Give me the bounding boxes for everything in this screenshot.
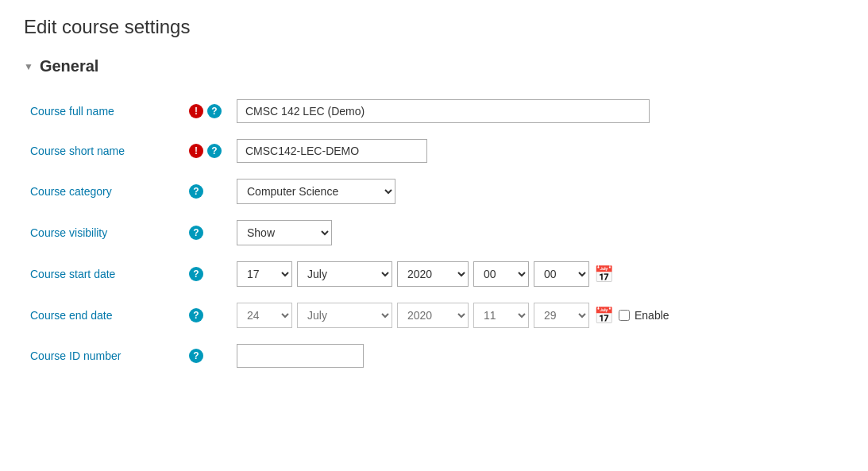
end-date-year-select[interactable]: 2020 bbox=[397, 303, 469, 328]
end-date-enable-checkbox[interactable] bbox=[619, 310, 630, 321]
course-visibility-label: Course visibility bbox=[30, 226, 107, 239]
section-collapse-chevron[interactable]: ▼ bbox=[24, 61, 33, 72]
help-icon[interactable]: ? bbox=[189, 226, 203, 240]
help-icon[interactable]: ? bbox=[189, 184, 203, 199]
start-date-hour-select[interactable]: 00 bbox=[473, 261, 529, 287]
course-id-number-input[interactable] bbox=[237, 344, 364, 368]
help-icon[interactable]: ? bbox=[207, 144, 222, 158]
course-visibility-row: Course visibility ? Show Hide bbox=[24, 212, 844, 253]
course-short-name-input[interactable] bbox=[237, 139, 427, 163]
start-date-calendar-icon[interactable]: 📅 bbox=[594, 264, 614, 284]
end-date-calendar-icon[interactable]: 📅 bbox=[594, 306, 614, 325]
course-full-name-label: Course full name bbox=[30, 105, 114, 118]
start-date-day-select[interactable]: 17 bbox=[237, 261, 292, 287]
section-heading: General bbox=[40, 57, 98, 75]
help-icon[interactable]: ? bbox=[207, 104, 222, 118]
course-category-label: Course category bbox=[30, 185, 112, 198]
course-start-date-label: Course start date bbox=[30, 268, 115, 280]
help-icon[interactable]: ? bbox=[189, 349, 203, 363]
course-short-name-row: Course short name ! ? bbox=[24, 131, 844, 171]
course-short-name-label: Course short name bbox=[30, 145, 125, 157]
end-date-day-select[interactable]: 24 bbox=[237, 303, 292, 328]
page-title: Edit course settings bbox=[24, 16, 844, 38]
course-id-number-label: Course ID number bbox=[30, 349, 121, 362]
start-date-year-select[interactable]: 2020 bbox=[397, 261, 469, 287]
course-end-date-label: Course end date bbox=[30, 309, 113, 322]
end-date-hour-select[interactable]: 11 bbox=[473, 303, 529, 328]
course-full-name-input[interactable] bbox=[237, 99, 650, 123]
end-date-enable-label: Enable bbox=[635, 309, 669, 322]
course-visibility-select[interactable]: Show Hide bbox=[237, 220, 332, 245]
end-date-month-select[interactable]: July bbox=[297, 303, 392, 328]
course-start-date-row: Course start date ? 17 July JanuaryFebru… bbox=[24, 253, 844, 295]
required-icon: ! bbox=[189, 104, 203, 118]
help-icon[interactable]: ? bbox=[189, 308, 203, 322]
course-category-select[interactable]: Computer Science Mathematics Physics Eng… bbox=[237, 179, 395, 204]
required-icon: ! bbox=[189, 144, 203, 158]
help-icon[interactable]: ? bbox=[189, 267, 203, 281]
start-date-month-select[interactable]: July JanuaryFebruaryMarch AprilMayJune A… bbox=[297, 261, 392, 287]
course-id-number-row: Course ID number ? bbox=[24, 336, 844, 376]
course-end-date-row: Course end date ? 24 July 2020 bbox=[24, 295, 844, 336]
start-date-minute-select[interactable]: 00 bbox=[534, 261, 589, 287]
course-full-name-row: Course full name ! ? bbox=[24, 91, 844, 131]
course-category-row: Course category ? Computer Science Mathe… bbox=[24, 171, 844, 212]
end-date-minute-select[interactable]: 29 bbox=[534, 303, 589, 328]
